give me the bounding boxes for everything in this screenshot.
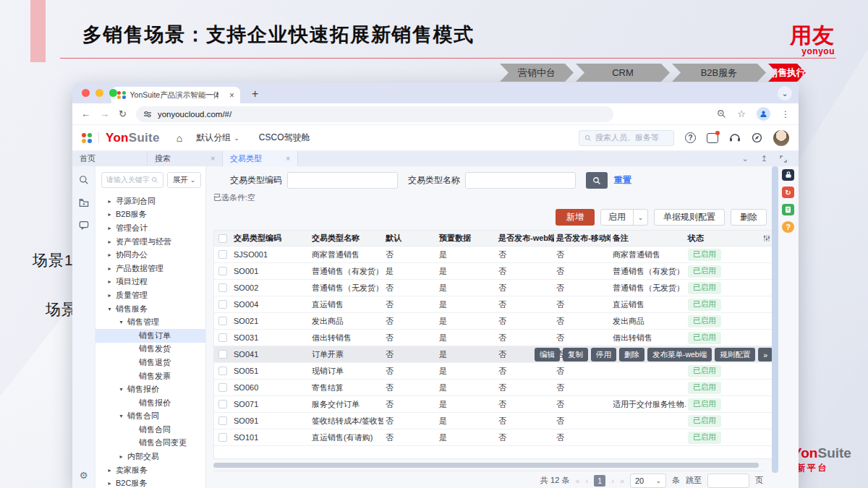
tree-item[interactable]: 销售订单 [95, 329, 205, 343]
table-row[interactable]: SO004 直运销售 否 是 否 否 直运销售 已启用 [214, 296, 775, 313]
more-actions-button[interactable]: » [758, 348, 773, 361]
first-page-button[interactable]: « [575, 476, 579, 485]
page-tab[interactable]: 搜索 × [148, 151, 223, 166]
tree-expand-icon[interactable] [106, 278, 113, 285]
column-header[interactable]: 是否发布-web端 [496, 233, 554, 244]
add-button[interactable]: 新增 [556, 209, 595, 226]
home-icon[interactable]: ⌂ [176, 132, 182, 144]
page-tab[interactable]: 交易类型 × [223, 151, 298, 166]
last-page-button[interactable]: » [620, 476, 624, 485]
tree-item[interactable]: 卖家服务 [95, 463, 205, 477]
forward-button[interactable]: → [100, 108, 109, 119]
tree-expand-icon[interactable] [106, 306, 113, 312]
tree-search-input[interactable]: 请输入关键字 [101, 172, 163, 188]
browser-menu-icon[interactable]: ⋮ [781, 109, 790, 119]
table-row[interactable]: SO071 服务交付订单 否 是 否 否 适用于交付服务性物... 已启用 [214, 396, 775, 413]
reset-link[interactable]: 重置 [614, 174, 631, 187]
reload-button[interactable]: ↻ [119, 108, 127, 119]
rule-config-row-button[interactable]: 规则配置 [715, 348, 755, 361]
horizontal-scrollbar[interactable] [213, 463, 759, 468]
help-icon[interactable]: ? [685, 132, 696, 143]
select-all-checkbox[interactable] [218, 234, 227, 243]
compass-icon[interactable] [752, 132, 762, 143]
row-checkbox[interactable] [218, 400, 227, 408]
tree-item[interactable]: 销售合同 [95, 410, 205, 424]
tree-item[interactable]: 销售报价 [95, 382, 205, 396]
tree-item[interactable]: 销售发票 [95, 369, 205, 383]
disable-button[interactable]: 停用 [591, 348, 616, 361]
row-checkbox[interactable] [218, 283, 227, 292]
rail-search-icon[interactable] [79, 175, 89, 185]
rail-folder-icon[interactable] [79, 198, 89, 207]
tree-item[interactable]: 资产管理与经营 [95, 235, 205, 249]
table-row[interactable]: SO021 发出商品 否 是 否 否 发出商品 已启用 [214, 313, 775, 330]
group-selector[interactable]: 默认分组 ⌄ [196, 132, 239, 144]
enable-split-button[interactable]: 启用 ⌄ [600, 209, 648, 226]
table-row[interactable]: SJSO001 商家普通销售 否 是 否 否 商家普通销售 已启用 [214, 247, 775, 263]
tab-close-icon[interactable]: × [229, 90, 234, 100]
row-checkbox[interactable] [218, 317, 227, 325]
global-search-input[interactable]: 搜索人员、服务等 [579, 130, 674, 146]
tree-item[interactable]: 销售发货 [95, 343, 205, 356]
table-row[interactable]: SO060 寄售结算 否 是 否 否 已启用 [214, 380, 775, 396]
float-icon-refresh[interactable]: ↻ [782, 187, 794, 198]
tree-item[interactable]: 管理会计 [95, 221, 205, 235]
site-settings-icon[interactable] [143, 110, 152, 119]
delete-button[interactable]: 删除 [731, 209, 767, 226]
table-row[interactable]: SO031 借出转销售 否 是 否 否 借出转销售 已启用 [214, 330, 775, 346]
tree-expand-icon[interactable] [106, 480, 113, 487]
page-tab[interactable]: 首页 × [72, 151, 148, 166]
new-tab-button[interactable]: + [252, 87, 258, 100]
tree-expand-icon[interactable] [106, 198, 113, 205]
column-header[interactable]: 交易类型编码 [231, 233, 310, 244]
prev-page-button[interactable]: ‹ [586, 476, 589, 485]
table-row[interactable]: SO002 普通销售（无发货） 否 是 否 否 普通销售（无发货） 已启用 [214, 280, 775, 296]
address-bar[interactable]: yonyoucloud.com/#/ [136, 106, 613, 122]
column-header[interactable]: 预置数据 [437, 233, 496, 244]
tree-item[interactable]: 销售合同 [95, 423, 205, 437]
tree-item[interactable]: 销售退货 [95, 356, 205, 369]
tree-expand-icon[interactable] [106, 225, 113, 231]
row-checkbox[interactable] [218, 333, 227, 342]
tree-expand-icon[interactable] [106, 211, 113, 218]
table-row[interactable]: SO001 普通销售（有发货） 是 是 否 否 普通销售（有发货） 已启用 [214, 263, 775, 280]
back-button[interactable]: ← [81, 108, 90, 119]
chevron-down-icon[interactable]: ⌄ [633, 210, 647, 225]
tree-item[interactable]: 销售合同变更 [95, 437, 205, 450]
workspace-link[interactable]: CSCO驾驶舱 [259, 132, 310, 144]
tree-expand-icon[interactable] [118, 453, 124, 460]
tree-item[interactable]: 项目过程 [95, 275, 205, 289]
table-row[interactable]: SO091 签收结转成本/签收暂... 否 是 否 否 已启用 [214, 413, 775, 429]
row-checkbox[interactable] [218, 350, 227, 359]
next-page-button[interactable]: › [611, 476, 614, 485]
tree-item[interactable]: B2C服务 [95, 476, 205, 488]
row-checkbox[interactable] [218, 300, 227, 309]
row-checkbox[interactable] [218, 250, 227, 259]
tree-expand-icon[interactable] [106, 252, 113, 258]
tree-item[interactable]: 销售报价 [95, 396, 205, 410]
pin-top-icon[interactable]: ↥ [761, 154, 767, 163]
filter-name-input[interactable] [465, 172, 576, 189]
column-header[interactable]: 交易类型名称 [310, 233, 383, 244]
float-icon-workbench[interactable] [782, 169, 794, 181]
tree-item[interactable]: 销售管理 [95, 315, 205, 329]
tree-expand-icon[interactable] [118, 386, 124, 393]
browser-profile-avatar[interactable] [757, 107, 770, 121]
float-icon-help[interactable]: ? [782, 221, 794, 233]
copy-button[interactable]: 复制 [563, 348, 588, 361]
tree-expand-icon[interactable] [118, 413, 124, 419]
rail-settings-icon[interactable]: ⚙ [72, 470, 95, 481]
tree-item[interactable]: 协同办公 [95, 248, 205, 262]
filter-code-input[interactable] [287, 172, 398, 189]
column-header[interactable]: 是否发布-移动端 [554, 233, 610, 244]
column-header[interactable]: 状态 [686, 233, 754, 244]
tree-expand-icon[interactable] [106, 292, 113, 299]
tree-item[interactable]: 内部交易 [95, 450, 205, 463]
row-checkbox[interactable] [218, 367, 227, 375]
tab-close-icon[interactable]: × [210, 155, 215, 163]
table-row[interactable]: SO051 现销订单 否 是 否 否 已启用 [214, 363, 775, 380]
minimize-window-button[interactable] [95, 89, 103, 97]
column-header[interactable]: 备注 [610, 233, 686, 244]
publish-web-menu-button[interactable]: 发布菜单-web端 [647, 348, 712, 361]
float-icon-notes[interactable] [782, 204, 794, 215]
